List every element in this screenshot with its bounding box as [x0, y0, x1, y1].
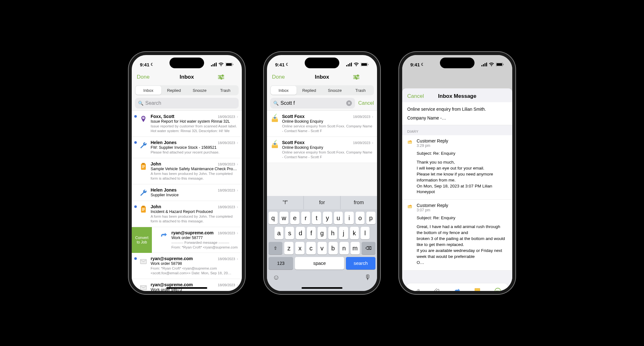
- message-row[interactable]: John 18/09/2023 › Incident & Hazard Repo…: [132, 201, 242, 227]
- diary-title: Customer Reply: [417, 203, 507, 208]
- filter-button[interactable]: [218, 74, 237, 80]
- message-row[interactable]: ✓ Scott Foxx 18/09/2023 › Online Booking…: [267, 137, 377, 163]
- key-c[interactable]: c: [306, 242, 315, 254]
- search-key[interactable]: search: [346, 257, 375, 270]
- message-preview: Online service enquiry from Scott Foxx. …: [282, 124, 373, 133]
- svg-point-44: [498, 291, 499, 292]
- tab-replied[interactable]: Replied: [161, 86, 187, 95]
- svg-point-39: [417, 292, 419, 294]
- message-row[interactable]: Helen Jones 18/09/2023 › Supplier Invoic…: [132, 184, 242, 201]
- status-time: 9:41: [140, 62, 149, 67]
- message-row[interactable]: ✓ Scott Foxx 18/09/2023 › Online Booking…: [267, 111, 377, 137]
- message-row[interactable]: Foxx, Scott 18/09/2023 › Issue Report fo…: [132, 111, 242, 137]
- dictation-key[interactable]: 🎙: [364, 273, 371, 282]
- key-u[interactable]: u: [334, 212, 343, 224]
- attachment-button[interactable]: [433, 287, 441, 294]
- diary-entry[interactable]: Customer Reply 3:29 pm Subject: Re: Enqu…: [402, 135, 512, 200]
- unread-dot-icon: [134, 163, 137, 165]
- backspace-key[interactable]: ⌫: [362, 242, 375, 254]
- key-v[interactable]: v: [318, 242, 327, 254]
- tools-button[interactable]: [412, 287, 421, 294]
- phone-inbox-search: 9:41☾ Done Inbox Inbox Replied Snooze Tr…: [264, 52, 380, 294]
- tab-inbox[interactable]: Inbox: [271, 86, 297, 95]
- tab-inbox[interactable]: Inbox: [136, 86, 161, 95]
- tab-trash[interactable]: Trash: [348, 86, 374, 95]
- note-button[interactable]: [473, 287, 482, 294]
- diary-entry[interactable]: Customer Reply 3:07 pm Subject: Re: Enqu…: [402, 200, 512, 270]
- key-p[interactable]: p: [366, 212, 375, 224]
- key-w[interactable]: w: [280, 212, 289, 224]
- key-a[interactable]: a: [275, 227, 283, 239]
- key-y[interactable]: y: [323, 212, 332, 224]
- key-n[interactable]: n: [340, 242, 349, 254]
- key-d[interactable]: d: [296, 227, 305, 239]
- clear-search-button[interactable]: ✕: [346, 100, 352, 106]
- unread-dot-icon: [134, 115, 137, 118]
- chevron-right-icon: ›: [236, 114, 238, 119]
- folder-tabs: Inbox Replied Snooze Trash: [135, 85, 239, 95]
- space-key[interactable]: space: [295, 257, 344, 270]
- cancel-button[interactable]: Cancel: [407, 93, 426, 99]
- key-g[interactable]: g: [318, 227, 326, 239]
- checkmark-icon: ✓: [274, 113, 277, 117]
- search-bar[interactable]: 🔍: [135, 98, 239, 109]
- search-results-list[interactable]: ✓ Scott Foxx 18/09/2023 › Online Booking…: [267, 110, 377, 163]
- key-t[interactable]: t: [312, 212, 321, 224]
- message-row[interactable]: Helen Jones 18/09/2023 › FW: Supplier In…: [132, 137, 242, 158]
- tab-snooze[interactable]: Snooze: [187, 86, 213, 95]
- cancel-search-button[interactable]: Cancel: [358, 100, 374, 106]
- tab-trash[interactable]: Trash: [213, 86, 238, 95]
- more-button[interactable]: [493, 287, 502, 294]
- chevron-right-icon: ›: [371, 141, 373, 145]
- key-k[interactable]: k: [350, 227, 359, 239]
- key-s[interactable]: s: [285, 227, 294, 239]
- key-m[interactable]: m: [351, 242, 360, 254]
- swiped-row: Convertto Job ryan@supreme.com 18/09/202…: [132, 227, 242, 253]
- key-o[interactable]: o: [356, 212, 365, 224]
- done-button[interactable]: Done: [137, 74, 156, 80]
- key-f[interactable]: f: [307, 227, 316, 239]
- key-z[interactable]: z: [284, 242, 293, 254]
- svg-rect-26: [361, 63, 367, 66]
- tab-replied[interactable]: Replied: [297, 86, 322, 95]
- key-b[interactable]: b: [329, 242, 338, 254]
- message-row[interactable]: ryan@supreme.com 18/09/2023 › Work order…: [132, 279, 242, 294]
- key-q[interactable]: q: [269, 212, 278, 224]
- done-button[interactable]: Done: [272, 74, 291, 80]
- message-row[interactable]: ryan@supreme.com 18/09/2023 › Work order…: [132, 253, 242, 279]
- svg-rect-16: [142, 208, 145, 209]
- key-i[interactable]: i: [345, 212, 354, 224]
- key-e[interactable]: e: [290, 212, 299, 224]
- message-date: 18/09/2023 ›: [218, 141, 238, 145]
- emoji-key[interactable]: ☺: [273, 273, 280, 282]
- shift-key[interactable]: ⇧: [269, 242, 282, 254]
- convert-to-job-button[interactable]: Convertto Job: [132, 227, 152, 253]
- sender-name: Helen Jones: [151, 140, 176, 145]
- tab-snooze[interactable]: Snooze: [322, 86, 348, 95]
- message-header: Online service enquiry from Lilian Smith…: [402, 102, 512, 125]
- home-indicator[interactable]: [166, 287, 207, 289]
- key-r[interactable]: r: [301, 212, 310, 224]
- nav-title: Inbox: [180, 74, 194, 80]
- search-bar[interactable]: 🔍 ✕: [270, 98, 355, 109]
- key-x[interactable]: x: [295, 242, 304, 254]
- filter-button[interactable]: [353, 74, 372, 80]
- numbers-key[interactable]: 123: [269, 257, 293, 270]
- suggestion-2[interactable]: for: [304, 196, 341, 209]
- suggestion-1[interactable]: "f": [267, 196, 304, 209]
- message-list[interactable]: Foxx, Scott 18/09/2023 › Issue Report fo…: [132, 110, 242, 294]
- home-indicator[interactable]: [302, 287, 342, 289]
- search-input[interactable]: [280, 100, 344, 106]
- message-row[interactable]: ryan@supreme.com 18/09/2023 › Work order…: [152, 227, 242, 253]
- search-input[interactable]: [145, 100, 236, 106]
- svg-rect-17: [142, 209, 145, 210]
- dnd-moon-icon: ☾: [286, 62, 289, 67]
- suggestion-3[interactable]: from: [341, 196, 377, 209]
- enquiry-from-line: Online service enquiry from Lilian Smith…: [407, 107, 507, 112]
- sender-name: ryan@supreme.com: [151, 256, 193, 261]
- key-l[interactable]: l: [361, 227, 369, 239]
- forward-button[interactable]: [453, 287, 462, 294]
- key-h[interactable]: h: [328, 227, 337, 239]
- key-j[interactable]: j: [339, 227, 348, 239]
- message-row[interactable]: John 18/09/2023 › Sample Vehicle Safety …: [132, 158, 242, 184]
